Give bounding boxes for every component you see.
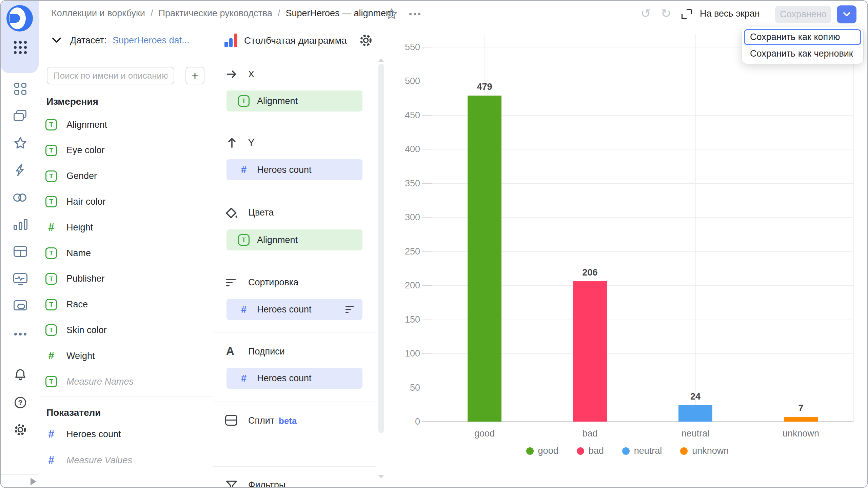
breadcrumb-guides[interactable]: Практические руководства — [158, 8, 272, 19]
search-input[interactable] — [47, 67, 174, 84]
more-actions-button[interactable] — [407, 9, 422, 18]
sort-direction-icon[interactable] — [346, 306, 354, 313]
undo-button[interactable]: ↺ — [638, 7, 653, 20]
rail-footer-divider — [1, 474, 39, 475]
gear-icon — [13, 423, 27, 437]
fullscreen-label[interactable]: На весь экран — [700, 8, 760, 19]
saved-button[interactable]: Сохранено — [775, 6, 831, 23]
field-item-alignment[interactable]: TAlignment — [45, 118, 107, 131]
field-item-name[interactable]: TName — [45, 247, 91, 260]
text-field-icon: T — [45, 145, 57, 156]
legend-item-neutral[interactable]: neutral — [622, 446, 662, 456]
pulse-icon — [14, 274, 26, 282]
divider — [213, 264, 376, 264]
redo-button[interactable]: ↻ — [658, 7, 673, 20]
field-item-weight[interactable]: #Weight — [45, 349, 95, 362]
breadcrumb-collections[interactable]: Коллекции и воркбуки — [52, 8, 145, 19]
sidebar-item-workbooks[interactable] — [13, 81, 28, 96]
scrollbar-thumb[interactable] — [378, 64, 384, 433]
grid-icon — [14, 83, 26, 95]
sidebar-item-tables[interactable] — [13, 244, 28, 259]
add-field-button[interactable]: + — [185, 67, 204, 84]
bar-good[interactable] — [468, 96, 501, 422]
sidebar-item-charts[interactable] — [13, 217, 28, 232]
x-axis-icon — [225, 68, 238, 81]
y-axis-label: 500 — [386, 76, 420, 86]
field-item-publisher[interactable]: TPublisher — [45, 272, 105, 285]
y-axis-label: 450 — [386, 110, 420, 121]
gridline-v-edge — [853, 34, 854, 422]
y-axis-label: 250 — [386, 246, 420, 257]
number-field-icon: # — [238, 164, 250, 176]
favorite-star-button[interactable] — [384, 7, 399, 21]
chip-label: Alignment — [257, 235, 298, 245]
chart-type-icon[interactable] — [224, 33, 237, 47]
labels-field-chip[interactable]: # Heroes count — [226, 368, 362, 389]
menu-item-save-copy[interactable]: Сохранить как копию — [744, 29, 861, 45]
field-item-race[interactable]: TRace — [45, 298, 88, 311]
apps-menu-icon[interactable] — [13, 40, 28, 55]
sort-field-chip[interactable]: # Heroes count — [226, 299, 362, 320]
settings-button[interactable] — [13, 422, 28, 437]
split-section-icon — [225, 415, 237, 426]
field-label: Eye color — [66, 145, 105, 156]
help-button[interactable]: ? — [13, 395, 28, 410]
y-axis-label: 350 — [386, 178, 420, 189]
sidebar-item-datasets[interactable] — [13, 190, 28, 205]
scroll-down-arrow[interactable] — [378, 475, 384, 479]
y-tick — [422, 251, 432, 252]
y-tick — [422, 217, 432, 218]
bar-unknown[interactable] — [784, 417, 818, 422]
sidebar-item-connections[interactable] — [13, 163, 28, 178]
legend-label: neutral — [634, 446, 662, 456]
field-item-measure-values[interactable]: #Measure Values — [45, 454, 132, 467]
bar-neutral[interactable] — [678, 405, 712, 422]
sidebar-item-more[interactable] — [13, 327, 28, 342]
expand-panel-arrow-icon[interactable] — [31, 478, 36, 485]
y-field-chip[interactable]: # Heroes count — [226, 159, 362, 180]
field-item-gender[interactable]: TGender — [45, 170, 97, 183]
lightning-icon — [14, 163, 27, 177]
dataset-name-link[interactable]: SuperHeroes dat... — [113, 35, 190, 46]
legend-item-unknown[interactable]: unknown — [680, 446, 729, 456]
chart-settings-button[interactable] — [358, 33, 374, 48]
field-item-eye-color[interactable]: TEye color — [45, 144, 105, 157]
legend-item-bad[interactable]: bad — [577, 446, 604, 456]
fullscreen-button[interactable] — [681, 8, 692, 20]
colors-section-icon — [224, 206, 239, 220]
ellipsis-icon — [409, 13, 420, 15]
field-item-hair-color[interactable]: THair color — [45, 195, 106, 208]
text-field-icon: T — [45, 119, 57, 130]
divider — [213, 332, 376, 332]
chart-type-label[interactable]: Столбчатая диаграмма — [244, 35, 347, 46]
sidebar-item-dashboards[interactable] — [13, 271, 28, 286]
x-field-chip[interactable]: T Alignment — [226, 90, 362, 111]
app-window: ? Коллекции и воркбуки / Практические ру… — [0, 0, 868, 488]
sidebar-item-favorites[interactable] — [13, 136, 28, 150]
y-tick — [422, 388, 432, 388]
field-item-height[interactable]: #Height — [45, 221, 93, 234]
sidebar-item-collections[interactable] — [13, 108, 28, 123]
field-item-measure-names[interactable]: TMeasure Names — [45, 375, 134, 388]
scroll-up-arrow[interactable] — [378, 58, 384, 62]
bar-bad[interactable] — [573, 281, 607, 422]
divider — [213, 402, 376, 402]
datalens-logo[interactable] — [6, 5, 33, 32]
colors-field-chip[interactable]: T Alignment — [226, 229, 362, 250]
chip-label: Heroes count — [257, 304, 312, 315]
bar-value-label-neutral: 24 — [662, 391, 729, 402]
field-item-skin-color[interactable]: TSkin color — [45, 324, 107, 337]
y-axis-label: 150 — [386, 314, 420, 325]
text-field-icon: T — [45, 376, 57, 387]
dataset-collapse-button[interactable] — [50, 34, 63, 47]
legend-item-good[interactable]: good — [526, 446, 558, 456]
x-axis-label-bad: bad — [549, 428, 631, 439]
field-item-heroes-count[interactable]: #Heroes count — [45, 428, 121, 441]
menu-item-save-draft[interactable]: Сохранить как черновик — [744, 46, 861, 62]
folder-cloud-icon — [14, 300, 27, 310]
notifications-button[interactable] — [13, 367, 28, 382]
sidebar-item-storage[interactable] — [13, 298, 28, 313]
sort-section-icon — [225, 277, 237, 288]
save-options-button[interactable] — [837, 5, 856, 23]
bar-value-label-bad: 206 — [556, 267, 624, 278]
